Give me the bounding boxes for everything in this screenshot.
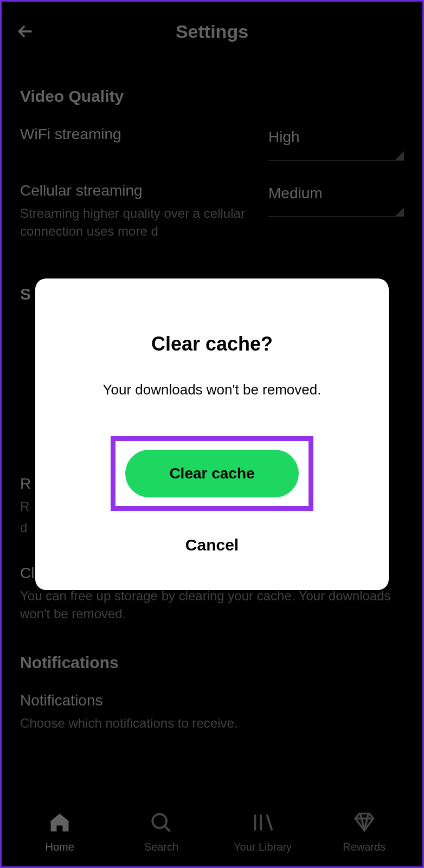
dialog-message: Your downloads won't be removed. [57, 381, 367, 398]
app-frame: Settings Video Quality WiFi streaming Hi… [0, 0, 424, 868]
dialog-title: Clear cache? [57, 333, 367, 355]
dialog-overlay: Clear cache? Your downloads won't be rem… [2, 2, 422, 866]
cancel-button[interactable]: Cancel [175, 530, 249, 560]
annotation-highlight: Clear cache [111, 436, 313, 511]
clear-cache-dialog: Clear cache? Your downloads won't be rem… [35, 278, 389, 590]
clear-cache-confirm-button[interactable]: Clear cache [125, 450, 299, 497]
